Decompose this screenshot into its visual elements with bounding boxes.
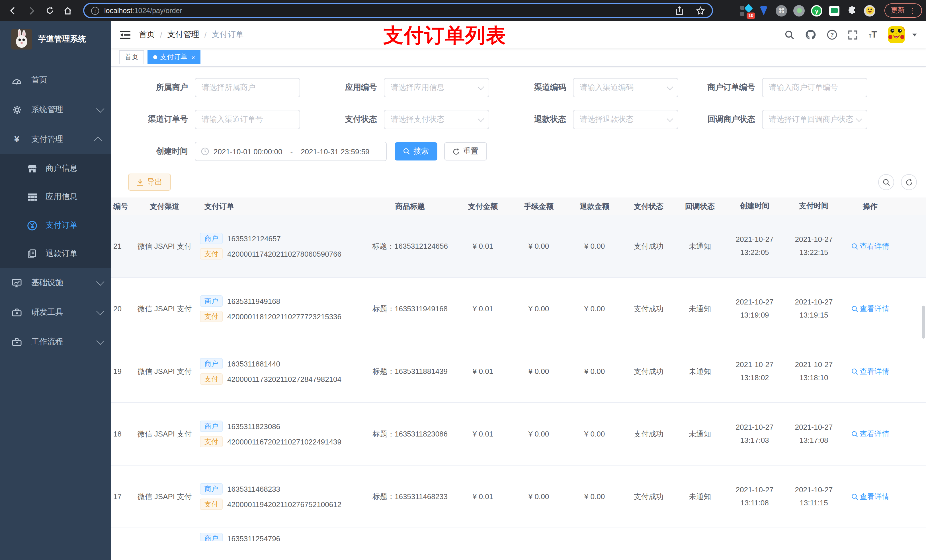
bookmark-star-icon[interactable] bbox=[696, 6, 705, 15]
browser-update-button[interactable]: 更新 ⋮ bbox=[884, 3, 922, 18]
cell-notify-status: 未通知 bbox=[675, 241, 725, 251]
home-icon[interactable] bbox=[61, 3, 75, 18]
table-row: 18 微信 JSAPI 支付 商户1635311823086 支付4200001… bbox=[111, 403, 926, 465]
refund-status-select[interactable]: 请选择退款状态 bbox=[573, 110, 678, 129]
chevron-down-icon bbox=[96, 278, 104, 286]
create-time-range-picker[interactable]: 2021-10-01 00:00:00 - 2021-10-31 23:59:5… bbox=[195, 142, 387, 161]
help-icon[interactable]: ? bbox=[827, 30, 837, 40]
extension-green-dot-icon[interactable] bbox=[793, 5, 805, 16]
channel-code-select[interactable]: 请输入渠道编码 bbox=[573, 78, 678, 97]
sidebar-item-dev-tools[interactable]: 研发工具 bbox=[0, 297, 111, 327]
channel-order-no-input[interactable]: 请输入渠道订单号 bbox=[195, 110, 300, 129]
sidebar-item-pay-order[interactable]: 支付订单 bbox=[0, 211, 111, 240]
sidebar: 芋道管理系统 首页 系统管理 ¥ 支付管 bbox=[0, 21, 111, 560]
close-icon[interactable]: × bbox=[191, 54, 195, 60]
back-icon[interactable] bbox=[6, 3, 21, 18]
sidebar-item-home[interactable]: 首页 bbox=[0, 65, 111, 95]
extension-kite-icon[interactable] bbox=[758, 5, 769, 16]
address-bar[interactable]: i localhost:1024/pay/order bbox=[83, 3, 713, 18]
cell-create-time: 2021-10-2713:18:02 bbox=[725, 359, 784, 385]
view-detail-link[interactable]: 查看详情 bbox=[851, 241, 889, 251]
sidebar-item-infrastructure[interactable]: 基础设施 bbox=[0, 268, 111, 297]
callback-status-select[interactable]: 请选择订单回调商户状态 bbox=[762, 110, 867, 129]
cell-refund-amount: ¥ 0.00 bbox=[567, 430, 622, 438]
merchant-select[interactable]: 请选择所属商户 bbox=[195, 78, 300, 97]
chevron-down-icon bbox=[96, 307, 104, 315]
sidebar-item-refund-order[interactable]: 退款订单 bbox=[0, 240, 111, 268]
col-header: 支付时间 bbox=[784, 200, 843, 213]
cell-title: 标题：1635311881439 bbox=[365, 366, 455, 376]
extension-y-icon[interactable] bbox=[811, 5, 822, 16]
cell-pay-status: 支付成功 bbox=[622, 303, 675, 314]
sidebar-item-label: 退款订单 bbox=[45, 249, 102, 259]
view-detail-link[interactable]: 查看详情 bbox=[851, 429, 889, 439]
breadcrumb-pay-mgmt[interactable]: 支付管理 bbox=[168, 30, 199, 40]
view-detail-link[interactable]: 查看详情 bbox=[851, 491, 889, 502]
shop-icon bbox=[27, 164, 37, 173]
view-detail-link[interactable]: 查看详情 bbox=[851, 303, 889, 314]
app-no-select[interactable]: 请选择应用信息 bbox=[384, 78, 489, 97]
pay-status-select[interactable]: 请选择支付状态 bbox=[384, 110, 489, 129]
merchant-order-no-input[interactable]: 请输入商户订单编号 bbox=[762, 78, 867, 97]
sidebar-item-app-info[interactable]: 应用信息 bbox=[0, 183, 111, 211]
view-detail-link[interactable]: 查看详情 bbox=[851, 366, 889, 376]
fullscreen-icon[interactable] bbox=[848, 30, 858, 39]
profile-emoji-avatar[interactable] bbox=[864, 5, 875, 16]
table-row-partial: 商户1635311254796 bbox=[111, 528, 926, 540]
extension-blue-diamond-icon[interactable]: 10 bbox=[740, 5, 752, 16]
tab-pay-order[interactable]: 支付订单 × bbox=[147, 50, 201, 64]
site-info-icon[interactable]: i bbox=[91, 6, 99, 15]
extensions-puzzle-icon[interactable] bbox=[846, 5, 858, 16]
filter-label: 回调商户状态 bbox=[695, 115, 755, 125]
extension-chat-icon[interactable] bbox=[829, 5, 840, 16]
vertical-scrollbar-thumb[interactable] bbox=[922, 306, 925, 339]
filter-label: 渠道订单号 bbox=[128, 115, 188, 125]
tab-home[interactable]: 首页 bbox=[119, 50, 144, 64]
cell-refund-amount: ¥ 0.00 bbox=[567, 305, 622, 313]
export-button[interactable]: 导出 bbox=[128, 174, 171, 191]
merchant-tag: 商户 bbox=[200, 483, 223, 495]
cell-order-no: 商户1635311468233 支付4200001194202110276752… bbox=[197, 479, 365, 514]
sidebar-item-merchant-info[interactable]: 商户信息 bbox=[0, 154, 111, 183]
browser-toolbar: i localhost:1024/pay/order 10 ⌘ bbox=[0, 0, 926, 21]
search-icon[interactable] bbox=[785, 30, 795, 39]
app-logo-rabbit bbox=[11, 29, 32, 50]
sidebar-fold-icon[interactable] bbox=[120, 30, 130, 39]
sidebar-item-system[interactable]: 系统管理 bbox=[0, 95, 111, 125]
github-icon[interactable] bbox=[805, 30, 816, 40]
user-avatar-pikachu[interactable] bbox=[888, 26, 905, 43]
share-icon[interactable] bbox=[675, 6, 683, 15]
app-title: 芋道管理系统 bbox=[38, 34, 86, 44]
browser-menu-kebab-icon[interactable]: ⋮ bbox=[909, 8, 916, 14]
cell-actions: 查看详情 bbox=[843, 303, 897, 314]
gear-icon bbox=[12, 105, 22, 115]
merchant-tag: 商户 bbox=[200, 358, 223, 369]
search-button[interactable]: 搜索 bbox=[395, 142, 437, 160]
breadcrumb: 首页 / 支付管理 / 支付订单 bbox=[139, 30, 244, 40]
table-row: 19 微信 JSAPI 支付 商户1635311881440 支付4200001… bbox=[111, 340, 926, 403]
refresh-icon[interactable] bbox=[901, 174, 917, 190]
export-label: 导出 bbox=[147, 177, 162, 187]
avatar-caret-icon[interactable] bbox=[912, 33, 917, 36]
sidebar-item-workflow[interactable]: 工作流程 bbox=[0, 327, 111, 357]
cell-channel: 微信 JSAPI 支付 bbox=[133, 303, 197, 314]
active-dot-icon bbox=[153, 55, 157, 59]
col-header: 支付订单 bbox=[197, 201, 365, 211]
pay-tag: 支付 bbox=[200, 248, 223, 260]
col-header: 创建时间 bbox=[725, 200, 784, 213]
reload-icon[interactable] bbox=[42, 3, 57, 18]
toggle-search-icon[interactable] bbox=[878, 174, 894, 190]
reset-button[interactable]: 重置 bbox=[444, 142, 487, 160]
dashboard-icon bbox=[12, 76, 22, 85]
cell-pay-time: 2021-10-2713:19:15 bbox=[784, 296, 843, 322]
date-start: 2021-10-01 00:00:00 bbox=[213, 147, 282, 155]
breadcrumb-home[interactable]: 首页 bbox=[139, 30, 155, 40]
forward-icon[interactable] bbox=[24, 3, 39, 18]
merchant-order-no: 1635311881440 bbox=[227, 359, 280, 368]
font-size-icon[interactable]: тT bbox=[869, 30, 877, 40]
extension-command-icon[interactable]: ⌘ bbox=[776, 5, 787, 16]
sidebar-item-payment[interactable]: ¥ 支付管理 bbox=[0, 125, 111, 154]
main-area: 首页 / 支付管理 / 支付订单 支付订单列表 ? bbox=[111, 21, 926, 560]
cell-pay-time: 2021-10-2713:18:10 bbox=[784, 359, 843, 385]
chevron-down-icon bbox=[667, 116, 673, 122]
